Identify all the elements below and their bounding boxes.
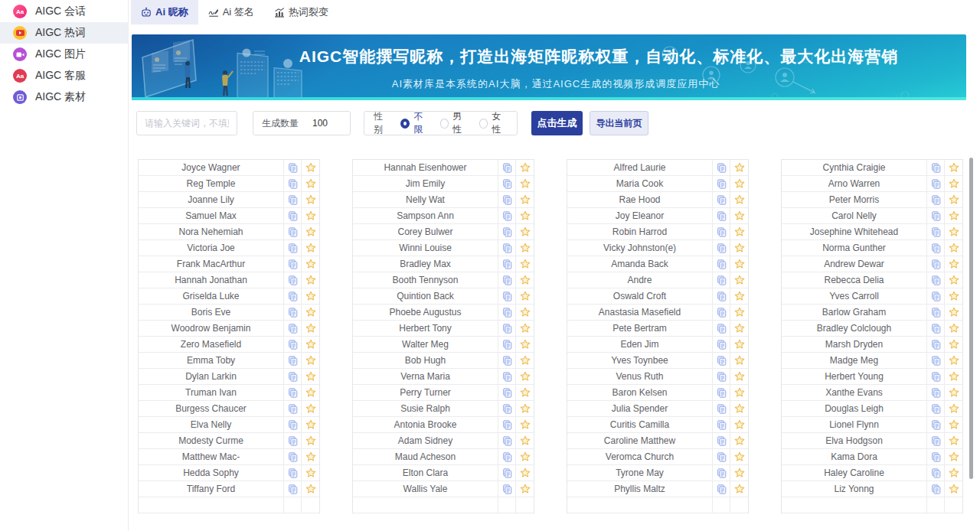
favorite-star-button[interactable] [302, 481, 319, 497]
copy-button[interactable] [284, 305, 302, 320]
favorite-star-button[interactable] [945, 385, 962, 400]
copy-button[interactable] [713, 353, 730, 368]
copy-button[interactable] [284, 401, 302, 416]
copy-button[interactable] [498, 160, 516, 175]
generate-button[interactable]: 点击生成 [531, 111, 583, 135]
favorite-star-button[interactable] [302, 449, 319, 464]
favorite-star-button[interactable] [516, 465, 534, 481]
copy-button[interactable] [713, 305, 730, 320]
gender-radio-male[interactable]: 男性 [440, 110, 469, 136]
copy-button[interactable] [284, 321, 302, 336]
sidebar-item-aigc-hotword[interactable]: AIGC 热词 [0, 22, 128, 44]
favorite-star-button[interactable] [302, 272, 319, 288]
copy-button[interactable] [713, 256, 730, 272]
favorite-star-button[interactable] [516, 240, 534, 256]
favorite-star-button[interactable] [516, 433, 534, 448]
copy-button[interactable] [713, 272, 730, 288]
favorite-star-button[interactable] [945, 449, 962, 464]
copy-button[interactable] [498, 256, 516, 272]
copy-button[interactable] [498, 353, 516, 368]
favorite-star-button[interactable] [945, 160, 962, 175]
favorite-star-button[interactable] [945, 465, 962, 481]
copy-button[interactable] [284, 288, 302, 304]
copy-button[interactable] [498, 272, 516, 288]
favorite-star-button[interactable] [945, 224, 962, 239]
copy-button[interactable] [498, 305, 516, 320]
favorite-star-button[interactable] [516, 401, 534, 416]
copy-button[interactable] [927, 465, 945, 481]
favorite-star-button[interactable] [516, 288, 534, 304]
favorite-star-button[interactable] [302, 465, 319, 481]
favorite-star-button[interactable] [730, 288, 748, 304]
copy-button[interactable] [927, 224, 945, 239]
keyword-input[interactable] [136, 111, 237, 135]
tab-hotword-fission[interactable]: 热词裂变 [264, 0, 338, 24]
favorite-star-button[interactable] [730, 176, 748, 191]
copy-button[interactable] [927, 369, 945, 384]
favorite-star-button[interactable] [516, 160, 534, 175]
favorite-star-button[interactable] [730, 305, 748, 320]
vertical-scrollbar[interactable] [969, 153, 973, 531]
favorite-star-button[interactable] [945, 208, 962, 223]
favorite-star-button[interactable] [516, 369, 534, 384]
favorite-star-button[interactable] [945, 240, 962, 256]
copy-button[interactable] [284, 369, 302, 384]
copy-button[interactable] [927, 449, 945, 464]
favorite-star-button[interactable] [730, 256, 748, 272]
scrollbar-thumb[interactable] [969, 158, 973, 479]
copy-button[interactable] [713, 240, 730, 256]
copy-button[interactable] [284, 353, 302, 368]
copy-button[interactable] [284, 417, 302, 432]
favorite-star-button[interactable] [730, 449, 748, 464]
gender-radio-female[interactable]: 女性 [479, 110, 508, 136]
copy-button[interactable] [284, 481, 302, 497]
copy-button[interactable] [498, 417, 516, 432]
sidebar-item-aigc-chat[interactable]: Aa AIGC 会话 [0, 1, 128, 22]
copy-button[interactable] [284, 160, 302, 175]
copy-button[interactable] [927, 417, 945, 432]
favorite-star-button[interactable] [945, 433, 962, 448]
tab-ai-nickname[interactable]: Ai 昵称 [131, 0, 198, 24]
copy-button[interactable] [284, 208, 302, 223]
favorite-star-button[interactable] [302, 417, 319, 432]
favorite-star-button[interactable] [516, 353, 534, 368]
favorite-star-button[interactable] [302, 192, 319, 207]
favorite-star-button[interactable] [302, 160, 319, 175]
favorite-star-button[interactable] [302, 224, 319, 239]
favorite-star-button[interactable] [302, 385, 319, 400]
copy-button[interactable] [498, 192, 516, 207]
favorite-star-button[interactable] [516, 417, 534, 432]
favorite-star-button[interactable] [516, 176, 534, 191]
copy-button[interactable] [284, 256, 302, 272]
copy-button[interactable] [927, 208, 945, 223]
copy-button[interactable] [498, 465, 516, 481]
copy-button[interactable] [498, 321, 516, 336]
copy-button[interactable] [284, 465, 302, 481]
copy-button[interactable] [927, 256, 945, 272]
copy-button[interactable] [498, 337, 516, 352]
copy-button[interactable] [713, 192, 730, 207]
favorite-star-button[interactable] [730, 192, 748, 207]
favorite-star-button[interactable] [302, 240, 319, 256]
copy-button[interactable] [713, 288, 730, 304]
favorite-star-button[interactable] [516, 385, 534, 400]
copy-button[interactable] [927, 401, 945, 416]
favorite-star-button[interactable] [302, 305, 319, 320]
copy-button[interactable] [927, 433, 945, 448]
favorite-star-button[interactable] [730, 401, 748, 416]
favorite-star-button[interactable] [516, 449, 534, 464]
copy-button[interactable] [498, 449, 516, 464]
copy-button[interactable] [284, 449, 302, 464]
favorite-star-button[interactable] [945, 176, 962, 191]
favorite-star-button[interactable] [516, 321, 534, 336]
favorite-star-button[interactable] [945, 321, 962, 336]
favorite-star-button[interactable] [516, 305, 534, 320]
copy-button[interactable] [498, 401, 516, 416]
copy-button[interactable] [927, 240, 945, 256]
favorite-star-button[interactable] [730, 353, 748, 368]
gender-radio-unlimited[interactable]: 不限 [400, 110, 429, 136]
quantity-input[interactable] [299, 118, 341, 129]
copy-button[interactable] [927, 337, 945, 352]
favorite-star-button[interactable] [730, 272, 748, 288]
favorite-star-button[interactable] [730, 433, 748, 448]
